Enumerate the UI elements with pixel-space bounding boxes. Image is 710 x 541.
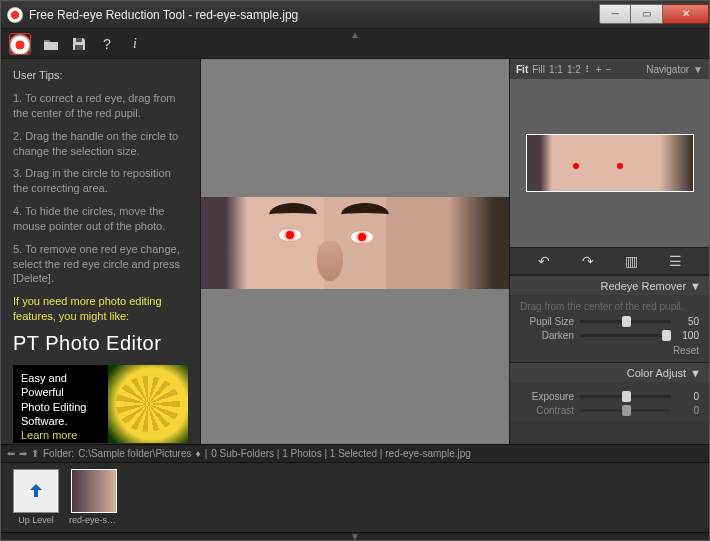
- up-level-label: Up Level: [18, 515, 54, 525]
- zoom-1-2[interactable]: 1:2: [567, 64, 581, 75]
- svg-rect-0: [76, 38, 82, 42]
- bottom-gripper-icon[interactable]: ▼: [1, 532, 709, 540]
- pupil-size-value: 50: [677, 316, 699, 327]
- rotate-cw-icon[interactable]: ↷: [576, 253, 600, 269]
- photo-image[interactable]: [201, 197, 509, 289]
- exposure-label: Exposure: [520, 391, 574, 402]
- pupil-size-slider[interactable]: [580, 320, 671, 323]
- promo-text: Easy and Powerful Photo Editing Software…: [13, 365, 108, 443]
- folder-path[interactable]: C:\Sample folder\Pictures: [78, 448, 191, 459]
- filmstrip: Up Level red-eye-sa...: [1, 462, 709, 532]
- thumbnail-label: red-eye-sa...: [69, 515, 119, 525]
- window-titlebar: Free Red-eye Reduction Tool - red-eye-sa…: [1, 1, 709, 29]
- window-title: Free Red-eye Reduction Tool - red-eye-sa…: [29, 8, 599, 22]
- darken-slider[interactable]: [580, 334, 671, 337]
- flip-vertical-icon[interactable]: ☰: [663, 253, 687, 269]
- promo-lead: If you need more photo editing features,…: [13, 294, 188, 324]
- tip-5: 5. To remove one red eye change, select …: [13, 242, 188, 287]
- promo-title[interactable]: PT Photo Editor: [13, 332, 188, 355]
- status-counts: 0 Sub-Folders | 1 Photos | 1 Selected | …: [211, 448, 471, 459]
- redeye-panel-body: Drag from the center of the red pupil. P…: [510, 295, 709, 362]
- info-icon[interactable]: i: [127, 36, 143, 52]
- redeye-hint: Drag from the center of the red pupil.: [520, 301, 699, 312]
- redeye-panel-header[interactable]: Redeye Remover ▼: [510, 275, 709, 295]
- tip-1: 1. To correct a red eye, drag from the c…: [13, 91, 188, 121]
- chevron-down-icon[interactable]: ▼: [690, 367, 701, 379]
- main-toolbar: ? i ▲: [1, 29, 709, 59]
- svg-rect-1: [75, 45, 83, 50]
- folder-label: Folder:: [43, 448, 74, 459]
- save-icon[interactable]: [71, 36, 87, 52]
- app-eye-icon: [7, 7, 23, 23]
- tip-4: 4. To hide the circles, move the mouse p…: [13, 204, 188, 234]
- open-folder-icon[interactable]: [43, 36, 59, 52]
- pupil-size-label: Pupil Size: [520, 316, 574, 327]
- darken-value: 100: [677, 330, 699, 341]
- promo-learn-more[interactable]: Learn more: [21, 429, 77, 441]
- color-panel-header[interactable]: Color Adjust ▼: [510, 362, 709, 382]
- top-gripper-icon[interactable]: ▲: [350, 29, 360, 40]
- exposure-value: 0: [677, 391, 699, 402]
- transform-toolbar: ↶ ↷ ▥ ☰: [510, 247, 709, 275]
- chevron-down-icon[interactable]: ▼: [690, 280, 701, 292]
- window-close-button[interactable]: ✕: [663, 4, 709, 24]
- redeye-reset-button[interactable]: Reset: [520, 345, 699, 356]
- nav-up-icon[interactable]: ⬆: [31, 448, 39, 459]
- contrast-label: Contrast: [520, 405, 574, 416]
- exposure-slider[interactable]: [580, 395, 671, 398]
- sunflower-icon: [108, 365, 188, 443]
- contrast-slider[interactable]: [580, 409, 671, 412]
- window-maximize-button[interactable]: ▭: [631, 4, 663, 24]
- darken-label: Darken: [520, 330, 574, 341]
- zoom-fit[interactable]: Fit: [516, 64, 528, 75]
- redeye-panel-title: Redeye Remover: [601, 280, 687, 292]
- navigator-header: Fit Fill 1:1 1:2 ⠇ + − Navigator ▼: [510, 59, 709, 79]
- left-tips-panel: User Tips: 1. To correct a red eye, drag…: [1, 59, 201, 444]
- navigator-title: Navigator: [646, 64, 689, 75]
- tip-2: 2. Drag the handle on the circle to chan…: [13, 129, 188, 159]
- navigator-collapse-icon[interactable]: ▼: [693, 64, 703, 75]
- red-eye-left[interactable]: [279, 229, 301, 241]
- flip-horizontal-icon[interactable]: ▥: [619, 253, 643, 269]
- nav-fwd-icon[interactable]: ➡: [19, 448, 27, 459]
- status-bar: ⬅ ➡ ⬆ Folder: C:\Sample folder\Pictures …: [1, 444, 709, 462]
- thumbnail-item[interactable]: red-eye-sa...: [69, 469, 119, 526]
- color-panel-title: Color Adjust: [627, 367, 686, 379]
- tip-3: 3. Drag in the circle to reposition the …: [13, 166, 188, 196]
- promo-box[interactable]: Easy and Powerful Photo Editing Software…: [13, 365, 188, 443]
- zoom-fill[interactable]: Fill: [532, 64, 545, 75]
- nav-back-icon[interactable]: ⬅: [7, 448, 15, 459]
- contrast-value: 0: [677, 405, 699, 416]
- folder-dropdown-icon[interactable]: ♦: [196, 448, 201, 459]
- tips-heading: User Tips:: [13, 69, 188, 81]
- navigator-preview[interactable]: [510, 79, 709, 247]
- zoom-menu-icon[interactable]: ⠇: [585, 64, 592, 75]
- color-panel-body: Exposure 0 Contrast 0: [510, 382, 709, 421]
- app-logo-icon: [9, 33, 31, 55]
- rotate-ccw-icon[interactable]: ↶: [532, 253, 556, 269]
- zoom-1-1[interactable]: 1:1: [549, 64, 563, 75]
- window-minimize-button[interactable]: ─: [599, 4, 631, 24]
- up-level-button[interactable]: Up Level: [11, 469, 61, 526]
- right-panel: Fit Fill 1:1 1:2 ⠇ + − Navigator ▼ ↶ ↷ ▥: [509, 59, 709, 444]
- red-eye-right[interactable]: [351, 231, 373, 243]
- zoom-out-icon[interactable]: −: [606, 64, 612, 75]
- navigator-thumb[interactable]: [526, 134, 694, 192]
- photo-canvas[interactable]: [201, 59, 509, 444]
- zoom-in-icon[interactable]: +: [596, 64, 602, 75]
- help-icon[interactable]: ?: [99, 36, 115, 52]
